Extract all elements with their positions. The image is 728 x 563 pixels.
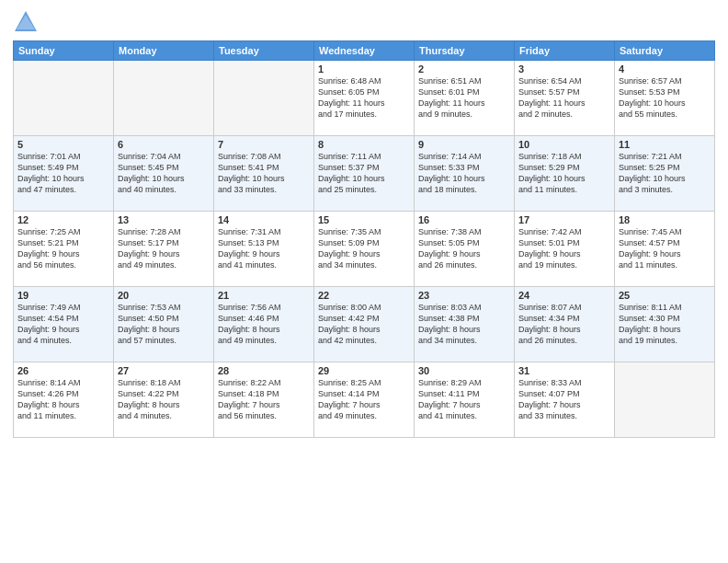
day-number: 2 [418, 63, 510, 75]
week-row-3: 12Sunrise: 7:25 AM Sunset: 5:21 PM Dayli… [14, 212, 715, 287]
day-cell: 7Sunrise: 7:08 AM Sunset: 5:41 PM Daylig… [214, 136, 314, 212]
day-cell: 25Sunrise: 8:11 AM Sunset: 4:30 PM Dayli… [615, 287, 715, 362]
col-header-thursday: Thursday [415, 41, 515, 61]
day-cell: 18Sunrise: 7:45 AM Sunset: 4:57 PM Dayli… [615, 212, 715, 287]
day-cell: 19Sunrise: 7:49 AM Sunset: 4:54 PM Dayli… [14, 287, 114, 362]
day-cell: 9Sunrise: 7:14 AM Sunset: 5:33 PM Daylig… [415, 136, 515, 212]
day-info: Sunrise: 7:08 AM Sunset: 5:41 PM Dayligh… [218, 151, 310, 196]
day-info: Sunrise: 8:29 AM Sunset: 4:11 PM Dayligh… [418, 377, 510, 422]
day-cell: 28Sunrise: 8:22 AM Sunset: 4:18 PM Dayli… [214, 362, 314, 438]
day-number: 4 [619, 63, 711, 75]
day-info: Sunrise: 8:22 AM Sunset: 4:18 PM Dayligh… [218, 377, 310, 422]
day-info: Sunrise: 8:18 AM Sunset: 4:22 PM Dayligh… [118, 377, 210, 422]
day-info: Sunrise: 7:25 AM Sunset: 5:21 PM Dayligh… [17, 226, 109, 271]
day-number: 11 [619, 139, 711, 150]
day-info: Sunrise: 7:21 AM Sunset: 5:25 PM Dayligh… [619, 151, 711, 196]
day-info: Sunrise: 7:56 AM Sunset: 4:46 PM Dayligh… [218, 302, 310, 347]
header [13, 9, 715, 35]
day-number: 8 [318, 139, 410, 150]
day-info: Sunrise: 8:33 AM Sunset: 4:07 PM Dayligh… [518, 377, 610, 422]
day-number: 9 [418, 139, 510, 150]
day-number: 18 [619, 214, 711, 225]
day-cell: 17Sunrise: 7:42 AM Sunset: 5:01 PM Dayli… [515, 212, 615, 287]
week-row-5: 26Sunrise: 8:14 AM Sunset: 4:26 PM Dayli… [14, 362, 715, 438]
logo [13, 9, 40, 35]
day-number: 23 [418, 290, 510, 301]
day-cell: 5Sunrise: 7:01 AM Sunset: 5:49 PM Daylig… [14, 136, 114, 212]
day-cell [615, 362, 715, 438]
day-info: Sunrise: 6:51 AM Sunset: 6:01 PM Dayligh… [418, 75, 510, 121]
logo-icon [13, 9, 39, 35]
day-number: 5 [17, 139, 109, 150]
col-header-monday: Monday [114, 41, 214, 61]
page: SundayMondayTuesdayWednesdayThursdayFrid… [0, 0, 728, 563]
col-header-tuesday: Tuesday [214, 41, 314, 61]
day-number: 30 [418, 365, 510, 376]
day-number: 31 [518, 365, 610, 376]
day-number: 26 [17, 365, 109, 376]
day-number: 3 [518, 63, 610, 75]
day-cell: 13Sunrise: 7:28 AM Sunset: 5:17 PM Dayli… [114, 212, 214, 287]
day-number: 16 [418, 214, 510, 225]
day-info: Sunrise: 7:42 AM Sunset: 5:01 PM Dayligh… [518, 226, 610, 271]
day-number: 24 [518, 290, 610, 301]
day-number: 21 [218, 290, 310, 301]
day-cell: 11Sunrise: 7:21 AM Sunset: 5:25 PM Dayli… [615, 136, 715, 212]
day-cell: 20Sunrise: 7:53 AM Sunset: 4:50 PM Dayli… [114, 287, 214, 362]
col-header-sunday: Sunday [14, 41, 114, 61]
day-cell: 27Sunrise: 8:18 AM Sunset: 4:22 PM Dayli… [114, 362, 214, 438]
calendar: SundayMondayTuesdayWednesdayThursdayFrid… [13, 40, 715, 438]
day-cell: 26Sunrise: 8:14 AM Sunset: 4:26 PM Dayli… [14, 362, 114, 438]
day-cell: 30Sunrise: 8:29 AM Sunset: 4:11 PM Dayli… [415, 362, 515, 438]
day-info: Sunrise: 7:45 AM Sunset: 4:57 PM Dayligh… [619, 226, 711, 271]
day-cell: 23Sunrise: 8:03 AM Sunset: 4:38 PM Dayli… [415, 287, 515, 362]
day-cell: 16Sunrise: 7:38 AM Sunset: 5:05 PM Dayli… [415, 212, 515, 287]
day-cell: 24Sunrise: 8:07 AM Sunset: 4:34 PM Dayli… [515, 287, 615, 362]
day-cell: 1Sunrise: 6:48 AM Sunset: 6:05 PM Daylig… [314, 61, 415, 136]
day-cell: 14Sunrise: 7:31 AM Sunset: 5:13 PM Dayli… [214, 212, 314, 287]
day-number: 1 [318, 63, 410, 75]
day-number: 14 [218, 214, 310, 225]
day-info: Sunrise: 6:57 AM Sunset: 5:53 PM Dayligh… [619, 75, 711, 121]
day-info: Sunrise: 7:04 AM Sunset: 5:45 PM Dayligh… [118, 151, 210, 196]
col-header-wednesday: Wednesday [314, 41, 415, 61]
day-info: Sunrise: 6:48 AM Sunset: 6:05 PM Dayligh… [318, 75, 410, 121]
day-cell: 12Sunrise: 7:25 AM Sunset: 5:21 PM Dayli… [14, 212, 114, 287]
day-number: 25 [619, 290, 711, 301]
day-info: Sunrise: 7:11 AM Sunset: 5:37 PM Dayligh… [318, 151, 410, 196]
week-row-2: 5Sunrise: 7:01 AM Sunset: 5:49 PM Daylig… [14, 136, 715, 212]
day-info: Sunrise: 7:53 AM Sunset: 4:50 PM Dayligh… [118, 302, 210, 347]
day-info: Sunrise: 8:25 AM Sunset: 4:14 PM Dayligh… [318, 377, 410, 422]
col-header-saturday: Saturday [615, 41, 715, 61]
day-number: 12 [17, 214, 109, 225]
day-cell: 8Sunrise: 7:11 AM Sunset: 5:37 PM Daylig… [314, 136, 415, 212]
day-number: 22 [318, 290, 410, 301]
day-number: 29 [318, 365, 410, 376]
day-info: Sunrise: 7:14 AM Sunset: 5:33 PM Dayligh… [418, 151, 510, 196]
day-number: 10 [518, 139, 610, 150]
day-cell: 29Sunrise: 8:25 AM Sunset: 4:14 PM Dayli… [314, 362, 415, 438]
day-info: Sunrise: 7:38 AM Sunset: 5:05 PM Dayligh… [418, 226, 510, 271]
day-info: Sunrise: 8:00 AM Sunset: 4:42 PM Dayligh… [318, 302, 410, 347]
week-row-4: 19Sunrise: 7:49 AM Sunset: 4:54 PM Dayli… [14, 287, 715, 362]
day-cell: 10Sunrise: 7:18 AM Sunset: 5:29 PM Dayli… [515, 136, 615, 212]
day-cell: 31Sunrise: 8:33 AM Sunset: 4:07 PM Dayli… [515, 362, 615, 438]
day-number: 20 [118, 290, 210, 301]
day-info: Sunrise: 7:28 AM Sunset: 5:17 PM Dayligh… [118, 226, 210, 271]
day-cell: 22Sunrise: 8:00 AM Sunset: 4:42 PM Dayli… [314, 287, 415, 362]
day-info: Sunrise: 7:18 AM Sunset: 5:29 PM Dayligh… [518, 151, 610, 196]
day-cell: 4Sunrise: 6:57 AM Sunset: 5:53 PM Daylig… [615, 61, 715, 136]
day-info: Sunrise: 8:07 AM Sunset: 4:34 PM Dayligh… [518, 302, 610, 347]
day-cell: 21Sunrise: 7:56 AM Sunset: 4:46 PM Dayli… [214, 287, 314, 362]
day-number: 27 [118, 365, 210, 376]
day-info: Sunrise: 7:31 AM Sunset: 5:13 PM Dayligh… [218, 226, 310, 271]
svg-marker-1 [17, 15, 35, 29]
day-info: Sunrise: 6:54 AM Sunset: 5:57 PM Dayligh… [518, 75, 610, 121]
day-number: 6 [118, 139, 210, 150]
day-number: 15 [318, 214, 410, 225]
day-cell: 6Sunrise: 7:04 AM Sunset: 5:45 PM Daylig… [114, 136, 214, 212]
day-cell [14, 61, 114, 136]
day-number: 17 [518, 214, 610, 225]
header-row: SundayMondayTuesdayWednesdayThursdayFrid… [14, 41, 715, 61]
col-header-friday: Friday [515, 41, 615, 61]
